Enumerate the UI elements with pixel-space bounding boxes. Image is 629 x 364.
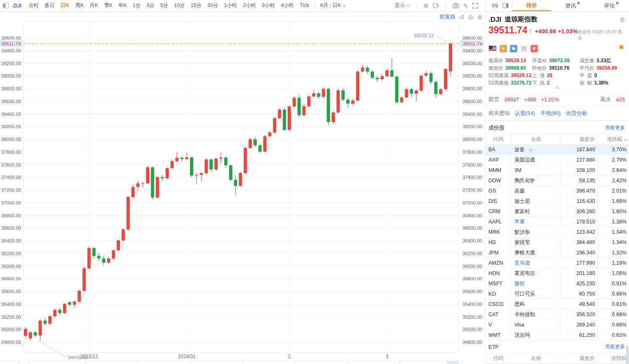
timeframe-5分[interactable]: 5分 xyxy=(157,2,171,8)
table-row-AMZN[interactable]: AMZN亚马逊177.9901.19% xyxy=(485,258,629,268)
bookmark-icon[interactable] xyxy=(520,45,528,52)
table-row-MSFT[interactable]: MSFT微软425.2300.91% xyxy=(485,279,629,289)
stats-row: 52周最高39529.13上 涨28平 盘0 xyxy=(488,72,626,79)
table-row-CAT[interactable]: CAT卡特彼勒356.3200.68% xyxy=(485,310,629,320)
table-row-HON[interactable]: HON霍尼韦尔201.1801.08% xyxy=(485,268,629,279)
y-axis-label: 39200.00 xyxy=(462,61,482,66)
stock-change-pct: 0.62% xyxy=(598,330,629,341)
zoom-out-icon[interactable]: ⊖ xyxy=(468,14,474,20)
candlestick-chart[interactable]: 39600.0039600.0039400.0039400.0039200.00… xyxy=(0,12,485,364)
candle xyxy=(68,301,71,307)
column-header-涨跌幅[interactable]: 涨跌幅 xyxy=(598,353,629,364)
stat-value: 38988.65 xyxy=(505,65,526,71)
display-menu[interactable]: 显示 xyxy=(394,2,410,9)
lightning-level-icon[interactable] xyxy=(500,45,507,52)
adjust-mode-link[interactable]: 前复权 xyxy=(439,13,455,21)
timeframe-2小时[interactable]: 2小时 xyxy=(240,2,259,8)
components-see-more-link[interactable]: 查看更多 xyxy=(605,124,625,132)
timeframe-年K[interactable]: 年K xyxy=(115,2,130,8)
candle xyxy=(224,157,228,168)
table-row-CRM[interactable]: CRM赛富时306.2601.60% xyxy=(485,207,629,217)
zoom-in-icon[interactable]: ⊕ xyxy=(477,14,482,20)
futures-label: 期货 xyxy=(488,96,499,103)
price-change: +400.98 xyxy=(535,28,556,35)
stat-value: 39529.13 xyxy=(505,58,526,63)
heart-favorite-icon[interactable]: ♥ xyxy=(530,45,538,52)
locate-target-icon[interactable]: ◎ xyxy=(529,147,533,152)
tab-评论[interactable]: 评论 xyxy=(590,0,629,11)
settings-gear-icon[interactable]: ⚙ xyxy=(423,3,429,9)
table-row-AAPL[interactable]: AAPL苹果178.5101.38% xyxy=(485,217,629,227)
y-axis-label: 37600.00 xyxy=(462,162,482,167)
quote-name: 道琼斯指数 xyxy=(505,15,537,24)
collapse-stats[interactable] xyxy=(485,87,629,92)
split-panel-icon[interactable] xyxy=(502,3,509,8)
timeframe-15分[interactable]: 15分 xyxy=(188,2,204,8)
draw-pencil-icon[interactable]: ✎ xyxy=(463,3,468,9)
undo-icon[interactable]: ↺ xyxy=(459,14,465,20)
warrants-link-cbbc[interactable]: 牛熊(60) xyxy=(540,110,561,117)
futures-row[interactable]: 期货 39937 +398 +1.01% 高水 425 xyxy=(485,93,629,106)
fullscreen-expand-icon[interactable] xyxy=(472,3,478,9)
timeframe-日K[interactable]: 日K xyxy=(58,2,73,8)
table-row-DOW[interactable]: DOW陶氏化学58.1352.42% xyxy=(485,176,629,186)
warrants-link-analysis[interactable]: 街货分析 xyxy=(566,110,587,117)
table-row-WMT[interactable]: WMT沃尔玛61.2500.62% xyxy=(485,330,629,341)
candle xyxy=(117,240,120,251)
timeframe-30分[interactable]: 30分 xyxy=(204,2,221,8)
sidebar-toggle-icon[interactable] xyxy=(2,3,9,8)
table-row-V[interactable]: VVisa289.2400.66% xyxy=(485,320,629,330)
tab-报价[interactable]: 报价 xyxy=(512,0,551,11)
stock-name[interactable]: 亚马逊 xyxy=(514,260,530,266)
etf-see-more-link[interactable]: 查看更多 xyxy=(605,343,625,350)
session-status: 收盘价 03/20 16:00 美东 xyxy=(578,29,625,41)
stock-name[interactable]: 微软 xyxy=(514,281,525,287)
column-header-最新价: 最新价 xyxy=(561,134,598,145)
timeframe-月K[interactable]: 月K xyxy=(87,2,101,8)
stock-name: 霍尼韦尔 xyxy=(514,270,535,276)
table-row-DIS[interactable]: DIS迪士尼116.4301.68% xyxy=(485,196,629,207)
candle xyxy=(302,104,305,117)
compare-vs-button[interactable]: VS xyxy=(492,3,498,9)
table-row-MMM[interactable]: MMM3M108.1002.64% xyxy=(485,165,629,176)
timeframe-多日[interactable]: 多日 xyxy=(42,2,58,8)
alert-bell-icon[interactable] xyxy=(618,44,625,53)
timeframe-1分[interactable]: 1分 xyxy=(130,2,143,8)
table-row-BA[interactable]: BA波音◎187.8403.70% xyxy=(485,145,629,155)
timeframe-1小时[interactable]: 1小时 xyxy=(221,2,240,8)
stock-name: 波音 xyxy=(514,147,525,153)
warrants-link-calls[interactable]: 认股(54) xyxy=(515,110,535,117)
table-row-MRK[interactable]: MRK默沙东123.8421.34% xyxy=(485,227,629,237)
table-row-HD[interactable]: HD家得宝384.4801.34% xyxy=(485,237,629,248)
table-row-GS[interactable]: GS高盛396.4702.01% xyxy=(485,186,629,196)
layout-selector-icon[interactable] xyxy=(433,3,439,8)
screenshot-camera-icon[interactable] xyxy=(453,3,459,8)
timeframe-周K[interactable]: 周K xyxy=(72,2,87,8)
quote-settings-gear-icon[interactable]: ⚙ xyxy=(620,16,625,23)
table-row-JPM[interactable]: JPM摩根大通196.3401.32% xyxy=(485,248,629,258)
tab-资讯[interactable]: 资讯 xyxy=(551,0,590,11)
timeframe-分时[interactable]: 分时 xyxy=(26,2,42,8)
stock-name[interactable]: 苹果 xyxy=(514,219,525,225)
table-row-AXP[interactable]: AXP美国运通227.8802.79% xyxy=(485,155,629,165)
range-selector[interactable]: 6月 : 日K xyxy=(317,2,348,9)
tag-icon[interactable] xyxy=(510,45,517,52)
stock-price: 384.480 xyxy=(561,237,598,248)
table-row-CSCO[interactable]: CSCO思科49.5400.81% xyxy=(485,299,629,310)
timeframe-4小时[interactable]: 4小时 xyxy=(278,2,297,8)
table-row-KO[interactable]: KO可口可乐60.7500.86% xyxy=(485,289,629,299)
y-axis-label: 34800.00 xyxy=(1,340,21,345)
timeframe-季K[interactable]: 季K xyxy=(101,2,115,8)
timeframe-Tick[interactable]: Tick xyxy=(297,2,312,8)
stock-price: 196.340 xyxy=(561,248,598,258)
timeframe-10分[interactable]: 10分 xyxy=(171,2,188,8)
column-header-涨跌幅[interactable]: 涨跌幅 xyxy=(598,134,629,145)
scrollbar-thumb[interactable] xyxy=(626,345,629,364)
candle xyxy=(351,99,354,105)
stock-code: KO xyxy=(485,289,511,299)
timeframe-3分[interactable]: 3分 xyxy=(143,2,157,8)
y-axis-label: 38800.00 xyxy=(1,86,21,91)
timeframe-3小时[interactable]: 3小时 xyxy=(259,2,278,8)
stat-label: 平 盘 xyxy=(580,72,592,79)
toolbar-symbol[interactable]: .DJI xyxy=(12,3,21,9)
